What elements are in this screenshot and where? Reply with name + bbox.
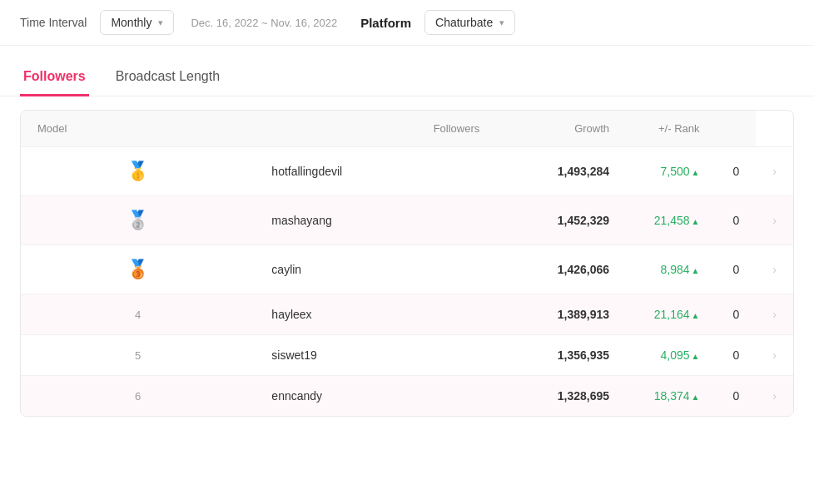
followers-cell: 1,389,913: [496, 294, 626, 335]
followers-cell: 1,356,935: [496, 335, 626, 376]
growth-cell: 4,095▲: [626, 335, 716, 376]
time-interval-label: Time Interval: [20, 16, 87, 29]
rank-change-cell: 0: [717, 196, 757, 245]
chevron-down-icon: ▾: [158, 17, 163, 28]
rank-number: 4: [135, 309, 141, 321]
followers-value: 1,452,329: [558, 214, 609, 227]
growth-value: 4,095: [661, 348, 690, 362]
growth-up-arrow-icon: ▲: [692, 352, 700, 361]
rank-number: 6: [135, 390, 141, 403]
medal-icon: 🥈: [127, 210, 149, 231]
time-interval-value: Monthly: [111, 16, 151, 29]
row-action-cell[interactable]: ›: [756, 245, 793, 294]
rank-change-value: 0: [733, 263, 740, 276]
rank-medal-cell: 🥈: [21, 196, 255, 245]
platform-dropdown[interactable]: Chaturbate ▾: [424, 10, 515, 35]
model-name-cell: mashayang: [255, 196, 496, 245]
followers-cell: 1,452,329: [496, 196, 626, 245]
table-row: 6 enncandy 1,328,695 18,374▲ 0 ›: [21, 376, 793, 417]
medal-icon: 🥇: [127, 161, 149, 182]
col-header-action: [717, 111, 757, 147]
chevron-right-icon[interactable]: ›: [772, 263, 777, 276]
platform-value: Chaturbate: [435, 16, 493, 29]
followers-cell: 1,328,695: [496, 376, 626, 417]
growth-value: 8,984: [661, 263, 690, 276]
growth-up-arrow-icon: ▲: [692, 393, 700, 402]
rank-number-cell: 4: [21, 294, 255, 335]
model-name-cell: caylin: [255, 245, 496, 294]
growth-cell: 21,164▲: [626, 294, 716, 335]
model-name: siswet19: [271, 348, 316, 362]
model-name-cell: enncandy: [255, 376, 496, 417]
col-header-rank: +/- Rank: [626, 111, 716, 147]
table-row: 5 siswet19 1,356,935 4,095▲ 0 ›: [21, 335, 793, 376]
rank-change-value: 0: [733, 389, 740, 403]
rank-change-cell: 0: [717, 335, 757, 376]
growth-cell: 18,374▲: [626, 376, 716, 417]
followers-value: 1,356,935: [558, 348, 609, 362]
growth-cell: 21,458▲: [626, 196, 716, 245]
followers-value: 1,493,284: [558, 165, 609, 178]
row-action-cell[interactable]: ›: [756, 335, 793, 376]
table-row: 4 hayleex 1,389,913 21,164▲ 0 ›: [21, 294, 793, 335]
followers-cell: 1,493,284: [496, 147, 626, 196]
chevron-right-icon[interactable]: ›: [772, 165, 777, 178]
col-header-followers: Followers: [255, 111, 496, 147]
growth-up-arrow-icon: ▲: [692, 266, 700, 275]
growth-up-arrow-icon: ▲: [692, 217, 700, 226]
tab-followers[interactable]: Followers: [20, 59, 89, 96]
platform-label: Platform: [360, 16, 411, 30]
growth-value: 21,164: [654, 308, 690, 321]
row-action-cell[interactable]: ›: [756, 196, 793, 245]
growth-cell: 7,500▲: [626, 147, 716, 196]
data-table-container: Model Followers Growth +/- Rank 🥇 hotfal…: [20, 110, 794, 417]
growth-value: 18,374: [654, 389, 690, 403]
rank-change-cell: 0: [717, 294, 757, 335]
tabs: Followers Broadcast Length: [0, 59, 814, 96]
model-name: caylin: [271, 263, 301, 276]
model-name: hayleex: [271, 308, 311, 321]
chevron-right-icon[interactable]: ›: [772, 389, 777, 403]
model-name-cell: siswet19: [255, 335, 496, 376]
model-name-cell: hotfallingdevil: [255, 147, 496, 196]
chevron-right-icon[interactable]: ›: [772, 348, 777, 362]
row-action-cell[interactable]: ›: [756, 294, 793, 335]
growth-value: 21,458: [654, 214, 690, 227]
row-action-cell[interactable]: ›: [756, 376, 793, 417]
growth-cell: 8,984▲: [626, 245, 716, 294]
rank-change-value: 0: [733, 214, 740, 227]
followers-cell: 1,426,066: [496, 245, 626, 294]
rank-medal-cell: 🥉: [21, 245, 255, 294]
model-name: mashayang: [271, 214, 331, 227]
followers-value: 1,426,066: [558, 263, 609, 276]
growth-up-arrow-icon: ▲: [692, 311, 700, 320]
top-bar: Time Interval Monthly ▾ Dec. 16, 2022 ~ …: [0, 0, 814, 46]
rank-change-value: 0: [733, 308, 740, 321]
followers-value: 1,328,695: [558, 389, 609, 403]
rank-change-cell: 0: [717, 147, 757, 196]
rank-number: 5: [135, 349, 141, 362]
table-row: 🥉 caylin 1,426,066 8,984▲ 0 ›: [21, 245, 793, 294]
data-table: Model Followers Growth +/- Rank 🥇 hotfal…: [21, 111, 793, 416]
rank-medal-cell: 🥇: [21, 147, 255, 196]
rank-change-cell: 0: [717, 376, 757, 417]
date-range: Dec. 16, 2022 ~ Nov. 16, 2022: [191, 17, 337, 29]
model-name-cell: hayleex: [255, 294, 496, 335]
rank-change-value: 0: [733, 348, 740, 362]
followers-value: 1,389,913: [558, 308, 609, 321]
growth-value: 7,500: [661, 165, 690, 178]
medal-icon: 🥉: [127, 259, 149, 280]
model-name: enncandy: [271, 389, 322, 403]
model-name: hotfallingdevil: [271, 165, 342, 178]
time-interval-dropdown[interactable]: Monthly ▾: [100, 10, 174, 35]
chevron-right-icon[interactable]: ›: [772, 214, 777, 227]
col-header-model: Model: [21, 111, 255, 147]
table-header-row: Model Followers Growth +/- Rank: [21, 111, 793, 147]
rank-change-cell: 0: [717, 245, 757, 294]
rank-change-value: 0: [733, 165, 740, 178]
table-row: 🥈 mashayang 1,452,329 21,458▲ 0 ›: [21, 196, 793, 245]
rank-number-cell: 6: [21, 376, 255, 417]
row-action-cell[interactable]: ›: [756, 147, 793, 196]
tab-broadcast-length[interactable]: Broadcast Length: [112, 59, 223, 96]
chevron-right-icon[interactable]: ›: [772, 308, 777, 321]
